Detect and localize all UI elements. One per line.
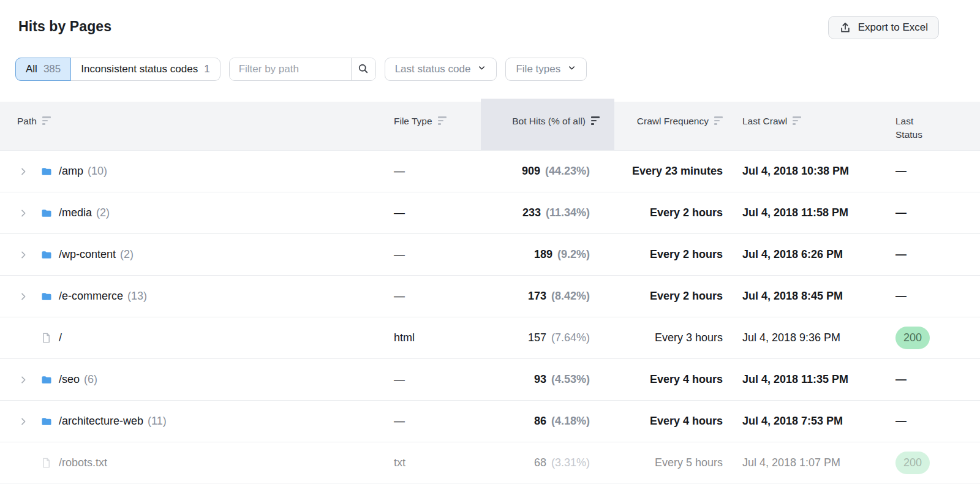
- sort-icon: [591, 116, 600, 125]
- status-badge: 200: [895, 327, 930, 350]
- export-button-label: Export to Excel: [858, 21, 928, 34]
- table-row[interactable]: /amp (10) — 909 (44.23%) Every 23 minute…: [0, 151, 980, 192]
- tab-inconsistent-status-codes[interactable]: Inconsistent status codes 1: [71, 58, 220, 81]
- bot-hits-value: 68: [534, 456, 549, 469]
- expand-chevron-icon[interactable]: [18, 292, 28, 301]
- column-header-last-crawl[interactable]: Last Crawl: [733, 102, 882, 150]
- tab-inconsistent-count: 1: [204, 63, 209, 75]
- chevron-down-icon: [567, 63, 576, 75]
- path-label: /amp: [59, 165, 83, 178]
- file-type-cell: —: [384, 290, 481, 303]
- bot-hits-cell: 86 (4.18%): [481, 415, 614, 428]
- file-icon: [40, 457, 53, 469]
- last-status-code-label: Last status code: [395, 63, 471, 75]
- bot-hits-cell: 189 (9.2%): [481, 248, 614, 261]
- crawl-frequency-cell: Every 2 hours: [614, 206, 733, 219]
- last-crawl-cell: Jul 4, 2018 11:35 PM: [733, 373, 882, 386]
- table-row[interactable]: /wp-content (2) — 189 (9.2%) Every 2 hou…: [0, 234, 980, 276]
- path-label: /media: [59, 206, 92, 219]
- sort-icon: [438, 116, 447, 125]
- path-count: (10): [88, 165, 107, 178]
- chevron-down-icon: [477, 63, 486, 75]
- path-label: /architecture-web: [59, 415, 143, 428]
- path-cell: /: [0, 331, 384, 344]
- table-row[interactable]: / html 157 (7.64%) Every 3 hours Jul 4, …: [0, 317, 980, 359]
- last-status-cell: 200: [882, 327, 980, 350]
- column-header-last-status: Last Status: [882, 102, 980, 150]
- folder-icon: [40, 207, 53, 219]
- bot-hits-cell: 909 (44.23%): [481, 165, 614, 178]
- path-label: /e-commerce: [59, 290, 123, 303]
- expand-chevron-icon[interactable]: [18, 250, 28, 260]
- last-crawl-cell: Jul 4, 2018 7:53 PM: [733, 415, 882, 428]
- last-crawl-cell: Jul 4, 2018 1:07 PM: [733, 456, 882, 469]
- path-cell: /media (2): [0, 206, 384, 219]
- expand-chevron-icon[interactable]: [18, 375, 28, 385]
- tab-all[interactable]: All 385: [15, 58, 71, 81]
- sort-icon: [42, 116, 51, 125]
- bot-hits-percent: (11.34%): [546, 206, 590, 219]
- expand-chevron-icon[interactable]: [18, 208, 28, 218]
- table-header: Path File Type Bot Hits (% of all) Crawl…: [0, 102, 980, 151]
- bot-hits-cell: 68 (3.31%): [481, 456, 614, 469]
- folder-icon: [40, 249, 53, 261]
- last-crawl-cell: Jul 4, 2018 8:45 PM: [733, 290, 882, 303]
- file-types-dropdown[interactable]: File types: [505, 58, 587, 81]
- path-count: (2): [96, 206, 110, 219]
- folder-icon: [40, 165, 53, 178]
- expand-chevron-icon[interactable]: [18, 167, 28, 176]
- table-row[interactable]: /architecture-web (11) — 86 (4.18%) Ever…: [0, 401, 980, 442]
- column-header-crawl-frequency[interactable]: Crawl Frequency: [614, 102, 733, 150]
- hits-by-pages-table: Path File Type Bot Hits (% of all) Crawl…: [0, 102, 980, 484]
- export-to-excel-button[interactable]: Export to Excel: [828, 16, 939, 39]
- crawl-frequency-cell: Every 2 hours: [614, 248, 733, 261]
- table-row[interactable]: /e-commerce (13) — 173 (8.42%) Every 2 h…: [0, 276, 980, 317]
- folder-icon: [40, 415, 53, 428]
- path-count: (2): [120, 248, 134, 261]
- bot-hits-percent: (4.18%): [551, 415, 590, 427]
- topbar: Hits by Pages Export to Excel: [0, 0, 980, 39]
- path-label: /: [59, 331, 62, 344]
- bot-hits-value: 86: [534, 415, 549, 427]
- table-row[interactable]: /robots.txt txt 68 (3.31%) Every 5 hours…: [0, 442, 980, 484]
- bot-hits-value: 157: [528, 331, 549, 344]
- file-icon: [40, 332, 53, 344]
- crawl-frequency-cell: Every 4 hours: [614, 415, 733, 428]
- status-badge: —: [895, 290, 907, 302]
- column-header-path[interactable]: Path: [0, 102, 384, 150]
- last-status-cell: —: [882, 290, 980, 303]
- tab-all-count: 385: [43, 63, 61, 75]
- search-button[interactable]: [351, 58, 375, 80]
- status-badge: —: [895, 248, 907, 260]
- status-badge: 200: [895, 452, 930, 475]
- crawl-frequency-cell: Every 5 hours: [614, 456, 733, 469]
- crawl-frequency-cell: Every 4 hours: [614, 373, 733, 386]
- crawl-frequency-cell: Every 23 minutes: [614, 165, 733, 178]
- search-input[interactable]: [230, 58, 351, 80]
- last-status-cell: —: [882, 373, 980, 386]
- expand-chevron-icon[interactable]: [18, 417, 28, 426]
- table-row[interactable]: /seo (6) — 93 (4.53%) Every 4 hours Jul …: [0, 359, 980, 401]
- file-type-cell: html: [384, 331, 481, 344]
- page-title: Hits by Pages: [18, 18, 111, 35]
- bot-hits-value: 909: [522, 165, 543, 177]
- bot-hits-value: 93: [534, 373, 549, 385]
- table-row[interactable]: /media (2) — 233 (11.34%) Every 2 hours …: [0, 192, 980, 234]
- column-header-file-type[interactable]: File Type: [384, 102, 481, 150]
- last-status-code-dropdown[interactable]: Last status code: [385, 58, 497, 81]
- file-type-cell: —: [384, 415, 481, 428]
- column-header-bot-hits[interactable]: Bot Hits (% of all): [481, 99, 614, 150]
- file-type-cell: —: [384, 373, 481, 386]
- path-count: (6): [84, 373, 97, 386]
- bot-hits-cell: 157 (7.64%): [481, 331, 614, 344]
- status-badge: —: [895, 373, 907, 385]
- last-status-cell: —: [882, 165, 980, 178]
- last-crawl-cell: Jul 4, 2018 6:26 PM: [733, 248, 882, 261]
- bot-hits-cell: 233 (11.34%): [481, 206, 614, 219]
- bot-hits-percent: (44.23%): [545, 165, 590, 177]
- last-crawl-cell: Jul 4, 2018 9:36 PM: [733, 331, 882, 344]
- path-label: /seo: [59, 373, 80, 386]
- bot-hits-percent: (4.53%): [551, 373, 590, 385]
- last-crawl-cell: Jul 4, 2018 11:58 PM: [733, 206, 882, 219]
- filter-bar: All 385 Inconsistent status codes 1 Last…: [15, 58, 980, 81]
